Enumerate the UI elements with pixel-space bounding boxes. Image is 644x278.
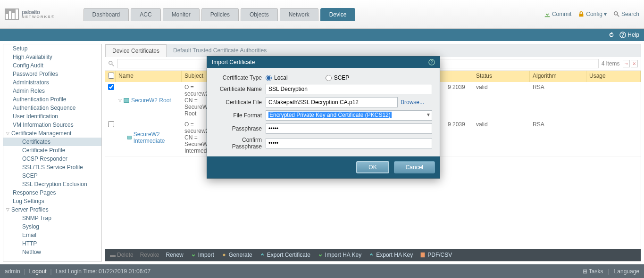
logo-subtitle: NETWORKS® — [22, 15, 55, 19]
tasks-button[interactable]: ⊞ Tasks — [583, 268, 603, 275]
sidebar-item-password-profiles[interactable]: Password Profiles — [3, 70, 101, 78]
sidebar-item-config-audit[interactable]: Config Audit — [3, 61, 101, 70]
renew-button[interactable]: Renew — [166, 252, 183, 258]
sidebar-item-setup[interactable]: Setup — [3, 44, 101, 53]
tab-acc[interactable]: ACC — [131, 8, 160, 21]
sub-header: ?Help — [0, 29, 644, 41]
browse-button[interactable]: Browse... — [401, 99, 424, 106]
tab-dashboard[interactable]: Dashboard — [84, 8, 129, 21]
sidebar-item-http[interactable]: HTTP — [3, 239, 101, 248]
col-usage[interactable]: Usage — [586, 71, 641, 82]
sidebar-group-server[interactable]: ▽ Server Profiles — [3, 205, 101, 214]
gear-icon — [221, 252, 227, 258]
cert-file-input[interactable] — [266, 97, 398, 107]
tab-device[interactable]: Device — [320, 8, 356, 21]
lock-icon — [578, 11, 585, 17]
sidebar-item-response-pages[interactable]: Response Pages — [3, 188, 101, 197]
sidebar-item-auth-profile[interactable]: Authentication Profile — [3, 95, 101, 104]
generate-button[interactable]: Generate — [221, 252, 252, 258]
row-checkbox[interactable] — [108, 84, 114, 90]
refresh-icon — [608, 32, 615, 38]
search-button[interactable]: Search — [613, 11, 639, 17]
config-button[interactable]: Config ▾ — [578, 11, 607, 17]
last-login-label: Last Login Time: 01/22/2019 01:06:07 — [56, 268, 151, 275]
sidebar-item-ssl-tls[interactable]: SSL/TLS Service Profile — [3, 163, 101, 172]
tab-objects[interactable]: Objects — [241, 8, 278, 21]
download-icon — [544, 11, 551, 17]
sidebar-item-netflow[interactable]: Netflow — [3, 248, 101, 256]
cert-icon — [127, 134, 132, 141]
logout-link[interactable]: Logout — [29, 268, 47, 275]
help-icon[interactable]: ? — [428, 59, 435, 65]
cert-algo: RSA — [530, 119, 586, 156]
sidebar-item-vm-info[interactable]: VM Information Sources — [3, 121, 101, 129]
select-all-checkbox[interactable] — [108, 73, 114, 79]
sidebar-item-certificates[interactable]: Certificates — [3, 138, 101, 146]
help-button[interactable]: ?Help — [619, 32, 639, 38]
chevron-down-icon: ▽ — [6, 131, 9, 136]
tab-monitor[interactable]: Monitor — [163, 8, 200, 21]
sidebar-item-cert-profile[interactable]: Certificate Profile — [3, 146, 101, 155]
col-status[interactable]: Status — [473, 71, 530, 82]
action-bar: ▬ Delete Revoke Renew Import Generate Ex… — [105, 249, 641, 261]
file-format-select[interactable]: Encrypted Private Key and Certificate (P… — [266, 110, 432, 121]
close-button[interactable]: × — [631, 60, 638, 67]
col-name[interactable]: Name — [116, 71, 182, 82]
sidebar-group-cert[interactable]: ▽ Certificate Management — [3, 129, 101, 138]
ok-button[interactable]: OK — [356, 161, 389, 173]
sidebar-item-admin-roles[interactable]: Admin Roles — [3, 87, 101, 95]
sidebar-item-user-id[interactable]: User Identification — [3, 112, 101, 121]
sidebar: Setup High Availability Config Audit Pas… — [3, 44, 102, 262]
svg-point-6 — [223, 253, 225, 256]
content-tabs: Device Certificates Default Trusted Cert… — [105, 44, 641, 57]
sidebar-item-syslog[interactable]: Syslog — [3, 222, 101, 231]
svg-rect-5 — [127, 136, 131, 139]
tab-device-certs[interactable]: Device Certificates — [105, 44, 167, 57]
export-hakey-button[interactable]: Export HA Key — [368, 252, 413, 258]
refresh-button[interactable] — [608, 32, 615, 38]
sidebar-item-email[interactable]: Email — [3, 231, 101, 239]
chevron-down-icon: ▽ — [118, 98, 122, 103]
cert-name-link[interactable]: SecureW2 Intermediate — [116, 119, 182, 156]
export-cert-button[interactable]: Export Certificate — [259, 252, 310, 258]
row-checkbox[interactable] — [108, 121, 114, 127]
arrow-right-button[interactable]: → — [623, 60, 630, 67]
key-import-icon — [317, 252, 324, 258]
import-hakey-button[interactable]: Import HA Key — [317, 252, 361, 258]
sidebar-item-ssl-exclusion[interactable]: SSL Decryption Exclusion — [3, 180, 101, 188]
sidebar-item-administrators[interactable]: Administrators — [3, 78, 101, 87]
delete-button[interactable]: ▬ Delete — [110, 252, 134, 258]
user-label: admin — [5, 268, 20, 275]
dialog-titlebar: Import Certificate ? — [207, 57, 440, 68]
tab-trusted-authorities[interactable]: Default Trusted Certificate Authorities — [167, 44, 273, 57]
sidebar-item-auth-sequence[interactable]: Authentication Sequence — [3, 104, 101, 112]
cert-name-link[interactable]: ▽SecureW2 Root — [116, 82, 182, 119]
revoke-button[interactable]: Revoke — [140, 252, 159, 258]
sidebar-item-scep[interactable]: SCEP — [3, 172, 101, 180]
import-button[interactable]: Import — [190, 252, 214, 258]
sidebar-item-snmp[interactable]: SNMP Trap — [3, 214, 101, 222]
import-cert-dialog: Import Certificate ? Certificate Type Lo… — [207, 56, 440, 179]
help-icon: ? — [619, 32, 626, 38]
import-icon — [190, 252, 197, 258]
logo: paloalto NETWORKS® — [5, 8, 55, 20]
tab-policies[interactable]: Policies — [201, 8, 239, 21]
cert-icon — [123, 97, 130, 104]
pdf-csv-button[interactable]: PDF/CSV — [419, 252, 452, 258]
header-actions: Commit Config ▾ Search — [544, 11, 639, 17]
sidebar-item-ha[interactable]: High Availability — [3, 53, 101, 61]
sidebar-item-log-settings[interactable]: Log Settings — [3, 197, 101, 205]
language-button[interactable]: Language — [614, 268, 639, 275]
confirm-passphrase-input[interactable] — [266, 138, 432, 148]
cert-name-input[interactable] — [266, 84, 432, 94]
sidebar-item-ocsp[interactable]: OCSP Responder — [3, 155, 101, 163]
svg-rect-7 — [421, 253, 425, 258]
radio-scep[interactable]: SCEP — [326, 74, 350, 81]
passphrase-input[interactable] — [266, 123, 432, 134]
tab-network[interactable]: Network — [280, 8, 318, 21]
cert-algo: RSA — [530, 82, 586, 119]
commit-button[interactable]: Commit — [544, 11, 571, 17]
cancel-button[interactable]: Cancel — [394, 161, 435, 173]
col-algorithm[interactable]: Algorithm — [530, 71, 586, 82]
radio-local[interactable]: Local — [266, 74, 288, 81]
